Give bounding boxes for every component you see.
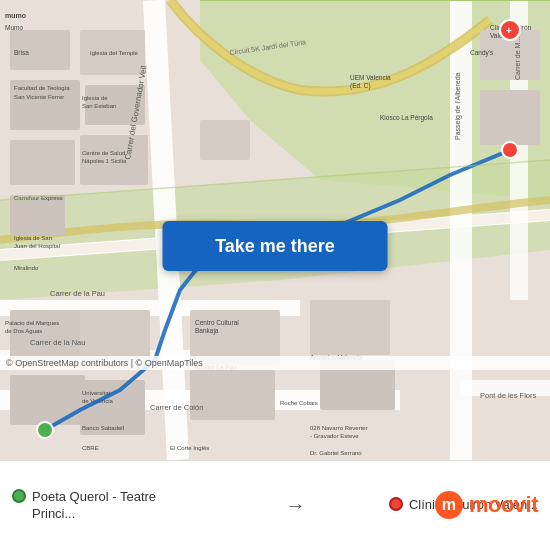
svg-text:Passeig de l'Albereda: Passeig de l'Albereda (454, 72, 462, 140)
svg-text:Carrer de Colón: Carrer de Colón (150, 403, 203, 412)
svg-text:Candy's: Candy's (470, 49, 494, 57)
svg-text:Roche Cobais: Roche Cobais (280, 400, 318, 406)
svg-rect-22 (310, 300, 390, 355)
svg-text:Brisa: Brisa (14, 49, 29, 56)
svg-text:Kiosco La Pérgola: Kiosco La Pérgola (380, 114, 433, 122)
svg-text:CBRE: CBRE (82, 445, 99, 451)
svg-rect-20 (190, 370, 275, 420)
svg-text:de Dos Aguas: de Dos Aguas (5, 328, 42, 334)
svg-text:Carrer de M...: Carrer de M... (514, 37, 521, 80)
svg-text:- Gravador Esteve: - Gravador Esteve (310, 433, 359, 439)
svg-text:Iglesia de San: Iglesia de San (14, 235, 52, 241)
svg-text:Miralindo: Miralindo (14, 265, 39, 271)
take-me-there-button[interactable]: Take me there (163, 221, 388, 271)
origin-label: Poeta Querol - Teatre Princi... (32, 489, 202, 523)
svg-text:Juan del Hospital: Juan del Hospital (14, 243, 60, 249)
svg-text:(Ed. C): (Ed. C) (350, 82, 371, 90)
svg-text:Centro Cultural: Centro Cultural (195, 319, 239, 326)
svg-point-71 (502, 142, 518, 158)
origin-endpoint: Poeta Querol - Teatre Princi... (12, 489, 202, 523)
svg-text:Nápoles 1 Sicilia: Nápoles 1 Sicilia (82, 158, 127, 164)
svg-text:El Corte Inglés: El Corte Inglés (170, 445, 209, 451)
origin-dot (12, 489, 26, 503)
route-arrow-icon: → (285, 494, 305, 517)
svg-rect-10 (10, 140, 75, 185)
svg-text:+: + (506, 25, 512, 36)
destination-dot (389, 497, 403, 511)
svg-rect-21 (200, 120, 250, 160)
svg-text:Mumo: Mumo (5, 24, 23, 31)
svg-text:Bankaja: Bankaja (195, 327, 219, 335)
svg-rect-13 (10, 375, 85, 425)
svg-text:028 Navarro Reverter: 028 Navarro Reverter (310, 425, 368, 431)
svg-point-70 (37, 422, 53, 438)
svg-text:Dr. Gabriel Serrano: Dr. Gabriel Serrano (310, 450, 362, 456)
svg-rect-11 (10, 195, 65, 235)
svg-text:San Esteban: San Esteban (82, 103, 116, 109)
map-attribution: © OpenStreetMap contributors | © OpenMap… (0, 356, 550, 370)
svg-text:Iglesia del Temple: Iglesia del Temple (90, 50, 139, 56)
svg-text:Carrer de la Pau: Carrer de la Pau (50, 289, 105, 298)
svg-text:Centre de Salud -: Centre de Salud - (82, 150, 129, 156)
bottom-info-bar: Poeta Querol - Teatre Princi... → Clínic… (0, 460, 550, 550)
svg-text:San Vicente Ferrer: San Vicente Ferrer (14, 94, 64, 100)
moovit-logo: m moovit (435, 460, 550, 550)
svg-text:Carrer de la Nau: Carrer de la Nau (30, 338, 85, 347)
svg-text:Banco Sabadell: Banco Sabadell (82, 425, 124, 431)
map-container: Carrer del Governador Vell Carrer de la … (0, 0, 550, 460)
svg-text:mumo: mumo (5, 12, 26, 19)
svg-text:UEM Valencia: UEM Valencia (350, 74, 391, 81)
svg-text:Iglesia de: Iglesia de (82, 95, 108, 101)
svg-text:Pont de les Flors: Pont de les Flors (480, 391, 537, 400)
svg-text:Palacio del Marques: Palacio del Marques (5, 320, 59, 326)
svg-rect-25 (480, 90, 540, 145)
moovit-brand-text: moovit (469, 492, 538, 518)
moovit-icon: m (435, 491, 463, 519)
svg-text:Facultad de Teología: Facultad de Teología (14, 85, 70, 91)
